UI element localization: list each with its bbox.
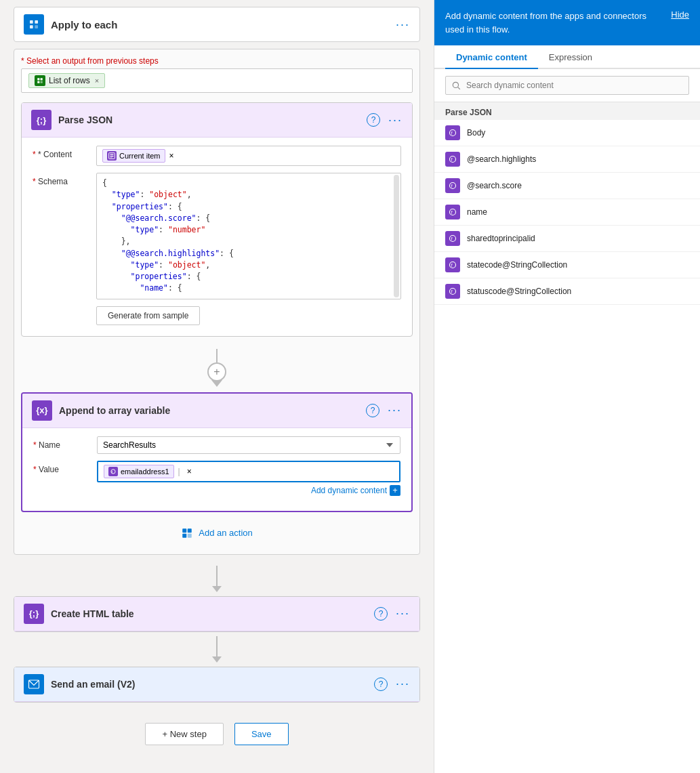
emailaddress1-label: emailaddress1 [121, 467, 169, 476]
add-between-btn[interactable]: + [207, 362, 226, 381]
arrow-to-send-email [14, 632, 420, 667]
svg-text:f: f [451, 157, 453, 162]
remove-emailaddress1-btn[interactable]: × [187, 467, 192, 476]
dc-item-search-highlights-label: @search.highlights [467, 154, 536, 164]
parse-json-more-btn[interactable]: ··· [388, 113, 403, 127]
schema-input[interactable]: { "type": "object", "properties": { "@@s… [96, 173, 401, 299]
dc-search-area [434, 69, 700, 102]
append-array-icon: {x} [32, 400, 52, 421]
add-action-label: Add an action [199, 528, 253, 538]
apply-each-title: Apply to each [51, 19, 117, 30]
svg-rect-7 [41, 81, 43, 83]
svg-rect-6 [37, 81, 39, 83]
dc-item-sharedtoprincipalid[interactable]: f sharedtoprincipalid [434, 226, 700, 252]
parse-json-header: {;} Parse JSON ? ··· [22, 103, 412, 138]
dc-header-text: Add dynamic content from the apps and co… [445, 9, 664, 36]
svg-text:f: f [451, 184, 453, 188]
send-email-more-btn[interactable]: ··· [396, 677, 410, 691]
remove-current-item-btn[interactable]: × [169, 151, 174, 161]
create-html-help-btn[interactable]: ? [374, 607, 388, 621]
dc-item-statuscode[interactable]: f statuscode@StringCollection [434, 278, 700, 305]
list-of-rows-tag: List of rows × [28, 73, 105, 88]
name-dropdown[interactable]: SearchResults [97, 436, 400, 454]
dc-item-search-score[interactable]: f @search.score [434, 173, 700, 199]
add-dynamic-content-btn[interactable]: Add dynamic content + [311, 485, 400, 496]
emailaddress1-tag: f emailaddress1 [104, 465, 174, 478]
dc-search-input[interactable] [445, 76, 689, 95]
add-action-icon [181, 527, 193, 539]
svg-point-25 [450, 209, 456, 215]
svg-rect-0 [30, 20, 33, 24]
save-btn[interactable]: Save [234, 723, 289, 745]
arrow-to-create-html [14, 562, 420, 596]
svg-rect-5 [41, 78, 43, 80]
dc-item-sharedtoprincipalid-label: sharedtoprincipalid [467, 234, 535, 243]
statecode-icon: f [445, 257, 460, 272]
content-row: * * Content Current item × [33, 146, 401, 166]
add-action-area[interactable]: Add an action [21, 519, 413, 547]
svg-text:f: f [451, 131, 453, 135]
dc-item-statuscode-label: statuscode@StringCollection [467, 287, 571, 296]
svg-rect-11 [110, 158, 112, 159]
send-email-title: Send an email (V2) [51, 679, 135, 690]
svg-rect-14 [182, 528, 186, 532]
emailaddress1-icon: f [108, 467, 118, 476]
svg-rect-1 [35, 20, 38, 24]
search-highlights-icon: f [445, 152, 460, 167]
apply-each-body: * Select an output from previous steps L… [14, 49, 420, 555]
dc-item-search-highlights[interactable]: f @search.highlights [434, 146, 700, 173]
content-label: * * Content [33, 146, 87, 159]
dynamic-content-panel: Add dynamic content from the apps and co… [434, 0, 700, 773]
tab-dynamic-content[interactable]: Dynamic content [445, 45, 538, 69]
select-output-label: * Select an output from previous steps [21, 56, 413, 66]
append-array-header: {x} Append to array variable ? ··· [22, 394, 411, 428]
apply-each-icon [24, 14, 44, 35]
connector-area: + [21, 343, 413, 392]
svg-rect-3 [35, 25, 38, 28]
value-row: * Value f emailaddress1 | × [33, 461, 400, 496]
create-html-more-btn[interactable]: ··· [396, 606, 410, 621]
current-item-tag: Current item [102, 149, 165, 163]
svg-text:f: f [451, 263, 453, 268]
dc-item-statecode[interactable]: f statecode@StringCollection [434, 252, 700, 278]
append-array-more-btn[interactable]: ··· [388, 403, 402, 417]
content-input[interactable]: Current item × [96, 146, 401, 166]
send-email-help-btn[interactable]: ? [374, 677, 388, 691]
remove-list-rows-btn[interactable]: × [95, 77, 99, 85]
list-rows-icon [35, 75, 45, 86]
dc-item-search-score-label: @search.score [467, 181, 522, 190]
parse-json-card: {;} Parse JSON ? ··· * * Content [21, 102, 413, 337]
svg-rect-4 [37, 78, 39, 80]
svg-point-23 [450, 183, 456, 189]
append-array-body: * Name SearchResults * Value [22, 428, 411, 511]
dc-item-body[interactable]: f Body [434, 120, 700, 146]
select-output-input[interactable]: List of rows × [21, 68, 413, 93]
add-dynamic-plus-icon: + [390, 485, 400, 496]
search-score-icon: f [445, 178, 460, 193]
svg-point-29 [450, 262, 456, 268]
svg-point-31 [450, 289, 456, 295]
value-input[interactable]: f emailaddress1 | × [97, 461, 400, 482]
generate-from-sample-btn[interactable]: Generate from sample [96, 306, 200, 325]
name-label: * Name [33, 436, 87, 450]
dc-tabs: Dynamic content Expression [434, 45, 700, 69]
parse-json-title: Parse JSON [58, 114, 112, 125]
svg-point-27 [450, 236, 456, 242]
name-icon: f [445, 205, 460, 220]
dc-item-name[interactable]: f name [434, 199, 700, 226]
svg-text:f: f [451, 289, 453, 294]
svg-rect-2 [30, 25, 33, 28]
svg-rect-9 [110, 154, 114, 155]
parse-json-help-btn[interactable]: ? [367, 113, 380, 127]
apply-each-more-btn[interactable]: ··· [396, 18, 410, 32]
tab-expression[interactable]: Expression [538, 45, 603, 69]
dc-hide-btn[interactable]: Hide [671, 9, 689, 20]
create-html-icon: {;} [24, 604, 44, 624]
list-rows-label: List of rows [49, 76, 90, 85]
append-array-title: Append to array variable [59, 405, 170, 416]
new-step-btn[interactable]: + New step [145, 723, 223, 745]
current-item-label: Current item [119, 152, 161, 160]
svg-rect-15 [188, 528, 192, 532]
append-array-help-btn[interactable]: ? [366, 404, 379, 417]
send-email-icon [24, 674, 44, 694]
